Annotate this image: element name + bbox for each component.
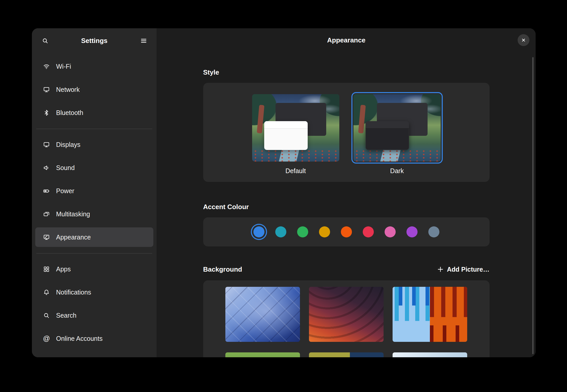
wallpaper-pale-blue[interactable] bbox=[393, 352, 467, 357]
sidebar-item-label: Wi-Fi bbox=[56, 63, 71, 70]
bluetooth-icon bbox=[43, 109, 50, 116]
sidebar-item-label: Bluetooth bbox=[56, 109, 83, 117]
page-title: Appearance bbox=[327, 36, 366, 44]
accent-colour-card bbox=[203, 217, 490, 246]
background-heading-row: Background Add Picture… bbox=[203, 265, 490, 273]
multitasking-icon bbox=[43, 211, 50, 218]
display-icon bbox=[43, 141, 50, 148]
sidebar-item-appearance[interactable]: Appearance bbox=[35, 227, 153, 247]
flowers-pattern bbox=[252, 149, 339, 162]
search-icon bbox=[42, 37, 49, 44]
sidebar-header: Settings bbox=[35, 28, 153, 53]
add-picture-button[interactable]: Add Picture… bbox=[437, 266, 489, 273]
sidebar-item-search[interactable]: Search bbox=[35, 306, 153, 325]
sidebar-item-sound[interactable]: Sound bbox=[35, 158, 153, 177]
sidebar-item-label: Sound bbox=[56, 164, 75, 172]
sidebar-item-label: Multitasking bbox=[56, 210, 90, 218]
accent-color-purple[interactable] bbox=[406, 226, 418, 237]
style-preview-dark bbox=[353, 94, 441, 162]
accent-color-blue[interactable] bbox=[253, 226, 264, 237]
wallpaper-olive-navy-split[interactable] bbox=[309, 352, 384, 357]
hamburger-menu-icon bbox=[140, 37, 147, 44]
accent-color-slate[interactable] bbox=[428, 226, 439, 237]
accent-color-teal[interactable] bbox=[275, 226, 286, 237]
sidebar-item-multitasking[interactable]: Multitasking bbox=[35, 204, 153, 224]
bell-icon bbox=[43, 289, 50, 296]
flowers-pattern bbox=[353, 149, 441, 162]
power-icon bbox=[43, 188, 50, 194]
sidebar-divider bbox=[36, 129, 152, 129]
tree-trunk-shape bbox=[358, 105, 366, 133]
close-icon bbox=[521, 37, 526, 43]
style-preview-frame bbox=[250, 92, 341, 164]
sidebar-item-label: Online Accounts bbox=[56, 335, 103, 342]
style-preview-frame-selected bbox=[351, 92, 443, 164]
network-icon bbox=[43, 86, 50, 93]
accent-color-pink[interactable] bbox=[385, 226, 396, 237]
wallpaper-lava-waves[interactable] bbox=[309, 287, 384, 342]
apps-grid-icon bbox=[43, 266, 50, 273]
wallpaper-green-landscape[interactable] bbox=[225, 352, 300, 357]
main-header: Appearance bbox=[157, 28, 536, 52]
sidebar-item-label: Power bbox=[56, 187, 74, 195]
at-sign-icon: @ bbox=[43, 335, 50, 342]
sidebar-search-button[interactable] bbox=[39, 34, 51, 47]
style-card: Default bbox=[203, 83, 490, 182]
vertical-scrollbar[interactable] bbox=[532, 57, 534, 354]
tree-trunk-shape bbox=[257, 105, 264, 133]
sidebar-divider bbox=[36, 253, 152, 254]
mock-titlebar bbox=[264, 121, 308, 129]
sidebar-item-wifi[interactable]: Wi-Fi bbox=[35, 57, 153, 76]
sidebar-item-sharing[interactable]: Sharing bbox=[35, 352, 153, 357]
sidebar-item-label: Search bbox=[56, 312, 76, 319]
sidebar-item-network[interactable]: Network bbox=[35, 80, 153, 99]
sidebar-item-online-accounts[interactable]: @ Online Accounts bbox=[35, 329, 153, 348]
wallpaper-blue-cubes[interactable] bbox=[225, 287, 300, 342]
plus-icon bbox=[437, 266, 444, 273]
sidebar-item-bluetooth[interactable]: Bluetooth bbox=[35, 103, 153, 122]
search-icon bbox=[43, 312, 50, 319]
style-option-default[interactable]: Default bbox=[250, 92, 341, 175]
content-area: Style bbox=[203, 52, 490, 357]
sidebar-item-apps[interactable]: Apps bbox=[35, 259, 153, 279]
main-panel: Appearance Style bbox=[157, 28, 536, 357]
style-option-label: Default bbox=[285, 167, 306, 175]
style-preview-default bbox=[252, 94, 339, 162]
sidebar-item-notifications[interactable]: Notifications bbox=[35, 282, 153, 302]
sidebar-nav: Wi-Fi Network Bluetooth bbox=[35, 57, 153, 357]
accent-colour-heading: Accent Colour bbox=[203, 203, 490, 211]
sidebar-title: Settings bbox=[51, 37, 137, 45]
accent-color-green[interactable] bbox=[297, 226, 308, 237]
accent-color-red[interactable] bbox=[363, 226, 374, 237]
close-button[interactable] bbox=[518, 34, 529, 46]
appearance-icon bbox=[43, 234, 50, 241]
sound-icon bbox=[43, 164, 50, 171]
sidebar-item-label: Appearance bbox=[56, 234, 91, 241]
settings-window: Settings Wi-Fi bbox=[32, 28, 536, 357]
sidebar-item-displays[interactable]: Displays bbox=[35, 135, 153, 154]
accent-color-yellow[interactable] bbox=[319, 226, 330, 237]
background-heading: Background bbox=[203, 265, 242, 273]
wifi-icon bbox=[43, 63, 50, 70]
sidebar-item-label: Apps bbox=[56, 265, 71, 273]
sidebar: Settings Wi-Fi bbox=[32, 28, 157, 357]
wallpaper-blue-orange-drips[interactable] bbox=[393, 287, 467, 342]
add-picture-label: Add Picture… bbox=[447, 266, 489, 273]
style-heading: Style bbox=[203, 68, 490, 76]
sidebar-item-label: Notifications bbox=[56, 289, 91, 296]
style-option-label: Dark bbox=[390, 167, 404, 175]
sidebar-item-label: Network bbox=[56, 86, 80, 93]
accent-color-orange[interactable] bbox=[341, 226, 352, 237]
mock-window-front bbox=[264, 121, 308, 150]
hamburger-menu-button[interactable] bbox=[137, 34, 150, 47]
mock-titlebar bbox=[366, 121, 409, 129]
mock-window-front bbox=[366, 121, 409, 150]
style-option-dark[interactable]: Dark bbox=[351, 92, 443, 175]
sidebar-item-label: Displays bbox=[56, 141, 80, 148]
sidebar-item-power[interactable]: Power bbox=[35, 181, 153, 201]
background-card bbox=[203, 280, 490, 357]
